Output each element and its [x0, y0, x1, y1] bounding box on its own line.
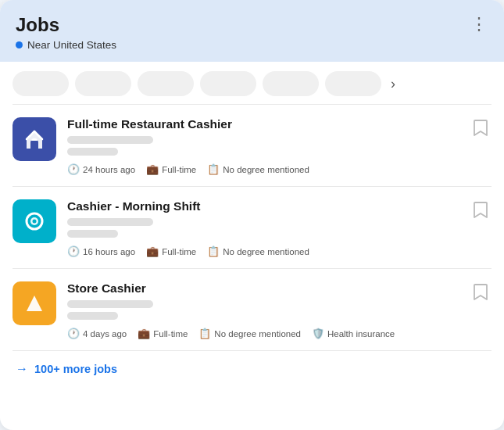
- filter-pill-6[interactable]: [325, 71, 381, 96]
- degree-icon-3: 📋: [198, 328, 211, 339]
- job-title-3: Store Cashier: [67, 281, 459, 296]
- job-item-3[interactable]: Store Cashier 🕐 4 days ago 💼 Full-time 📋…: [0, 269, 504, 350]
- bookmark-button-1[interactable]: [470, 117, 491, 143]
- job-item-1[interactable]: Full-time Restaurant Cashier 🕐 24 hours …: [0, 105, 504, 186]
- filter-pill-5[interactable]: [263, 71, 319, 96]
- job-company-skeleton-3: [67, 300, 153, 308]
- job-title-1: Full-time Restaurant Cashier: [67, 117, 459, 131]
- store-icon: [20, 289, 48, 317]
- svg-rect-0: [30, 142, 38, 149]
- briefcase-icon-2: 💼: [146, 245, 159, 257]
- restaurant-icon: [20, 125, 48, 153]
- page-title: Jobs: [16, 14, 116, 36]
- job-type-2: 💼 Full-time: [146, 245, 196, 257]
- clock-icon-3: 🕐: [67, 328, 80, 339]
- menu-button[interactable]: ⋮: [470, 14, 488, 33]
- svg-point-3: [33, 220, 37, 224]
- briefcase-icon-3: 💼: [138, 328, 150, 339]
- job-logo-1: [13, 117, 56, 161]
- job-company-skeleton-1: [67, 136, 153, 144]
- filter-pill-1[interactable]: [13, 71, 69, 96]
- job-education-2: 📋 No degree mentioned: [207, 245, 309, 257]
- filter-row: ›: [0, 62, 504, 104]
- filter-scroll-right-icon[interactable]: ›: [391, 76, 395, 92]
- bookmark-button-3[interactable]: [470, 281, 491, 307]
- job-item-2[interactable]: Cashier - Morning Shift 🕐 16 hours ago 💼…: [0, 187, 504, 268]
- job-education-3: 📋 No degree mentioned: [198, 328, 301, 339]
- svg-marker-4: [27, 296, 42, 311]
- job-time-3: 🕐 4 days ago: [67, 328, 127, 339]
- clock-icon-1: 🕐: [67, 163, 80, 175]
- job-info-1: Full-time Restaurant Cashier 🕐 24 hours …: [67, 117, 459, 175]
- job-location-skeleton-3: [67, 312, 118, 320]
- job-type-3: 💼 Full-time: [138, 328, 188, 339]
- job-title-2: Cashier - Morning Shift: [67, 199, 459, 213]
- degree-icon-1: 📋: [207, 163, 220, 175]
- job-meta-2: 🕐 16 hours ago 💼 Full-time 📋 No degree m…: [67, 245, 459, 257]
- job-time-2: 🕐 16 hours ago: [67, 245, 135, 257]
- header: Jobs Near United States ⋮: [0, 0, 504, 62]
- bookmark-button-2[interactable]: [470, 199, 491, 225]
- more-jobs-link[interactable]: 100+ more jobs: [34, 363, 117, 375]
- job-location-skeleton-1: [67, 148, 118, 156]
- job-education-1: 📋 No degree mentioned: [207, 163, 309, 175]
- job-info-3: Store Cashier 🕐 4 days ago 💼 Full-time 📋…: [67, 281, 459, 339]
- degree-icon-2: 📋: [207, 245, 220, 257]
- job-meta-1: 🕐 24 hours ago 💼 Full-time 📋 No degree m…: [67, 163, 459, 175]
- job-location-skeleton-2: [67, 230, 118, 238]
- teal-logo-icon: [20, 207, 48, 235]
- more-jobs-row: → 100+ more jobs: [0, 351, 504, 390]
- filter-pill-3[interactable]: [138, 71, 194, 96]
- health-icon-3: 🛡️: [312, 328, 324, 339]
- job-time-1: 🕐 24 hours ago: [67, 163, 135, 175]
- filter-pill-4[interactable]: [200, 71, 256, 96]
- jobs-card: Jobs Near United States ⋮ ›: [0, 0, 504, 430]
- clock-icon-2: 🕐: [67, 245, 80, 257]
- header-left: Jobs Near United States: [16, 14, 116, 51]
- filter-pill-2[interactable]: [75, 71, 131, 96]
- location-text: Near United States: [27, 39, 116, 51]
- job-type-1: 💼 Full-time: [146, 163, 196, 175]
- location-dot-icon: [16, 41, 23, 48]
- job-logo-2: [13, 199, 56, 243]
- job-company-skeleton-2: [67, 218, 153, 226]
- more-jobs-arrow-icon: →: [16, 362, 28, 376]
- location-row: Near United States: [16, 39, 116, 51]
- job-benefit-3: 🛡️ Health insurance: [312, 328, 395, 339]
- briefcase-icon-1: 💼: [146, 163, 159, 175]
- job-meta-3: 🕐 4 days ago 💼 Full-time 📋 No degree men…: [67, 328, 459, 339]
- job-info-2: Cashier - Morning Shift 🕐 16 hours ago 💼…: [67, 199, 459, 257]
- job-logo-3: [13, 281, 56, 325]
